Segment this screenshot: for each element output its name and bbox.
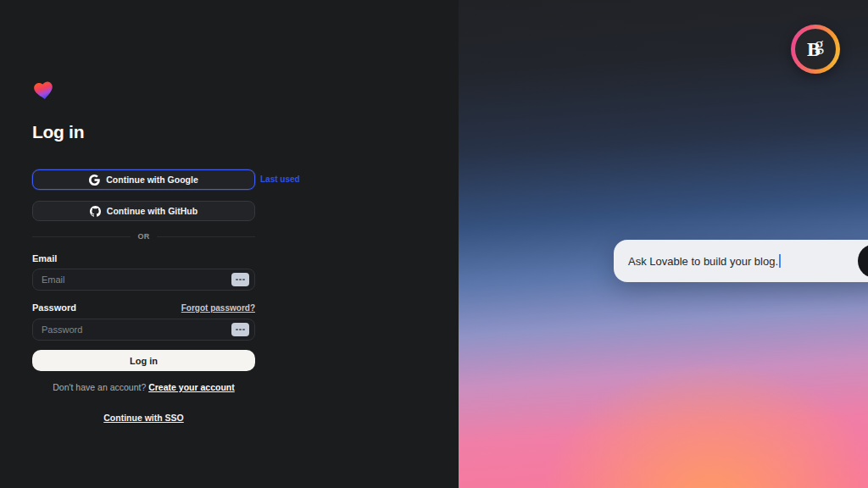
signup-prompt-text: Don't have an account? [53, 382, 148, 392]
login-submit-button[interactable]: Log in [32, 350, 255, 371]
password-label: Password [32, 302, 76, 313]
google-icon [89, 175, 100, 186]
continue-with-google-button[interactable]: Continue with Google [32, 169, 255, 190]
continue-with-github-button[interactable]: Continue with GitHub [32, 201, 255, 221]
autofill-key-icon[interactable] [231, 323, 249, 336]
last-used-badge: Last used [260, 175, 300, 184]
divider-line [157, 236, 255, 237]
blog-brand-badge-inner: B g [795, 29, 836, 69]
forgot-password-link[interactable]: Forgot password? [181, 303, 255, 313]
page-title: Log in [32, 122, 84, 142]
password-label-row: Password Forgot password? [32, 302, 255, 313]
badge-monogram-g: g [815, 35, 824, 53]
email-input[interactable] [33, 269, 231, 290]
signup-row: Don't have an account? Create your accou… [32, 382, 255, 392]
login-pane: Log in Continue with Google Last used [0, 0, 459, 488]
continue-with-sso-link[interactable]: Continue with SSO [103, 413, 184, 423]
blog-brand-badge: B g [791, 25, 840, 74]
create-account-link[interactable]: Create your account [148, 382, 235, 392]
lovable-prompt-bar[interactable]: Ask Lovable to build your blog. [614, 240, 868, 282]
email-label: Email [32, 253, 57, 263]
send-prompt-button[interactable] [858, 244, 868, 278]
lovable-login-screen: Log in Continue with Google Last used [0, 0, 868, 488]
lovable-heart-icon [32, 80, 55, 102]
email-field-wrapper [32, 269, 255, 291]
google-button-label: Continue with Google [106, 175, 198, 185]
divider-line [32, 236, 131, 237]
github-button-label: Continue with GitHub [107, 206, 198, 216]
or-divider: OR [32, 232, 255, 241]
text-cursor [779, 254, 781, 268]
password-input[interactable] [33, 319, 231, 340]
preview-pane: B g Ask Lovable to build your blog. [459, 0, 868, 488]
prompt-input-text[interactable]: Ask Lovable to build your blog. [628, 255, 778, 268]
password-field-wrapper [32, 319, 255, 341]
github-icon [90, 206, 101, 217]
autofill-key-icon[interactable] [231, 273, 249, 286]
divider-label: OR [137, 232, 149, 241]
sso-row: Continue with SSO [32, 409, 255, 424]
